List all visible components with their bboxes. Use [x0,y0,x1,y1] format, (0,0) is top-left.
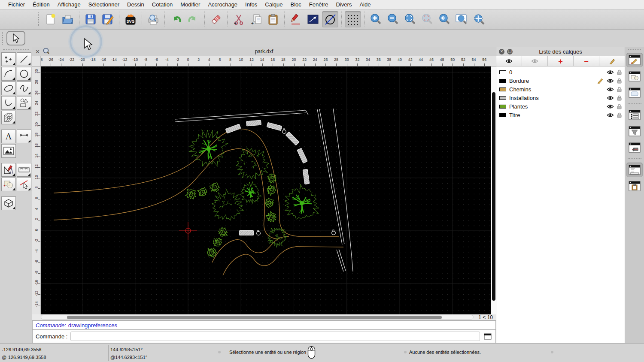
layer-lock-toggle[interactable] [617,69,622,75]
menu-item-dessin[interactable]: Dessin [123,1,148,8]
print-preview-button[interactable] [145,11,161,27]
dock-drag-handle[interactable] [628,49,641,50]
eraser-button[interactable] [208,11,224,27]
show-all-layers-button[interactable] [496,56,522,66]
layer-lock-toggle[interactable] [617,112,622,118]
modify-misc-tool-button[interactable] [1,178,16,191]
ellipse-tool-button[interactable] [1,81,16,95]
menu-item-fentre[interactable]: Fenêtre [305,1,332,8]
menu-item-affichage[interactable]: Affichage [54,1,85,8]
layer-row-chemins[interactable]: Chemins [496,85,625,94]
layer-lock-toggle[interactable] [617,78,622,84]
circle-tool-button[interactable] [17,67,31,81]
add-layer-button[interactable]: + [548,56,574,66]
zoom-selection-button[interactable] [419,11,435,27]
dock-block-list-button[interactable] [626,69,643,84]
hide-all-layers-button[interactable] [522,56,548,66]
command-history-toggle-button[interactable] [483,332,492,341]
menu-item-fichier[interactable]: Fichier [4,1,29,8]
layer-row-titre[interactable]: Titre [496,111,625,119]
copy-button[interactable]: + [248,11,264,27]
panel-drag-handle[interactable] [3,49,29,50]
layer-visible-icon[interactable] [607,113,614,118]
dock-clipboard-panel-button[interactable] [626,179,643,193]
horizontal-scrollbar-track[interactable] [41,315,474,320]
menu-item-calque[interactable]: Calque [261,1,286,8]
text-tool-button[interactable]: A [1,130,16,143]
image-tool-button[interactable] [1,144,16,158]
vertical-scrollbar-thumb[interactable] [492,92,495,301]
layer-visibility-toggle[interactable] [607,113,614,118]
hatch-tool-button[interactable] [1,111,16,124]
layer-visible-icon[interactable] [607,104,614,109]
redo-button[interactable] [185,11,201,27]
layer-lock-icon[interactable] [617,104,622,109]
arc-tool-button[interactable] [1,67,16,81]
menu-item-infos[interactable]: Infos [241,1,261,8]
dock-selection-filter-button[interactable] [626,124,643,139]
svg-export-button[interactable]: SVG [122,11,139,27]
point-tool-button[interactable] [1,52,16,66]
zoom-window-button[interactable] [453,11,470,27]
measure-tool-button[interactable] [17,163,31,177]
drawing-canvas[interactable] [41,66,491,314]
remove-layer-button[interactable]: − [574,56,599,66]
menu-item-cotation[interactable]: Cotation [148,1,176,8]
dock-layer-list-button[interactable] [626,53,643,67]
dock-command-line-button[interactable] [626,163,643,177]
menu-item-aide[interactable]: Aide [355,1,374,8]
layer-lock-icon[interactable] [617,87,622,92]
menu-item-divers[interactable]: Divers [332,1,356,8]
layer-visible-icon[interactable] [607,70,614,75]
horizontal-scrollbar-thumb[interactable] [67,316,442,319]
dock-property-editor-button[interactable] [626,85,643,100]
open-file-button[interactable] [60,11,76,27]
layer-lock-icon[interactable] [617,112,622,118]
zoom-pan-button[interactable] [471,11,487,27]
save-file-button[interactable] [82,11,99,27]
horizontal-scrollbar[interactable]: 1 < 10 [32,314,496,320]
menu-item-bloc[interactable]: Bloc [286,1,305,8]
layer-lock-icon[interactable] [617,69,622,75]
vertical-scrollbar[interactable] [491,66,496,314]
polyline-tool-button[interactable] [1,96,16,110]
line-tool-button[interactable] [17,52,31,66]
zoom-out-button[interactable] [385,11,401,27]
layer-row-bordure[interactable]: Bordure [496,76,625,85]
zoom-auto-button[interactable] [402,11,418,27]
undo-button[interactable] [168,11,184,27]
menu-item-modifier[interactable]: Modifier [176,1,204,8]
selection-pointer-button[interactable] [6,31,25,45]
grid-toggle-button[interactable] [345,11,361,27]
layer-lock-icon[interactable] [617,95,622,101]
zoom-previous-button[interactable] [436,11,453,27]
menu-item-accrochage[interactable]: Accrochage [204,1,241,8]
menu-item-slectionner[interactable]: Sélectionner [85,1,123,8]
solid-3d-tool-button[interactable] [1,196,16,210]
layer-visible-icon[interactable] [607,96,614,100]
layer-lock-icon[interactable] [617,78,622,84]
layer-visibility-toggle[interactable] [607,78,614,83]
command-input[interactable] [70,332,480,341]
zoom-in-button[interactable] [368,11,384,27]
layer-visibility-toggle[interactable] [607,96,614,100]
draw-misc-tool-button[interactable] [1,163,16,177]
layer-visible-icon[interactable] [607,78,614,83]
draw-pencil-button[interactable] [288,11,304,27]
layer-visibility-toggle[interactable] [607,104,614,109]
toolbar-drag-handle[interactable] [38,12,40,26]
new-file-button[interactable] [43,11,59,27]
layer-visibility-toggle[interactable] [607,87,614,92]
paste-button[interactable] [265,11,281,27]
spline-tool-button[interactable] [17,81,31,95]
shape-tool-button[interactable] [17,96,31,110]
layer-row-plantes[interactable]: Plantes [496,102,625,111]
layer-visibility-toggle[interactable] [607,70,614,75]
layer-lock-toggle[interactable] [617,95,622,101]
dock-library-browser-button[interactable] [626,140,643,155]
layer-lock-toggle[interactable] [617,87,622,92]
snap-edit-tool-button[interactable] [17,178,31,191]
dimension-tool-button[interactable] [17,130,31,143]
layer-row-installations[interactable]: Installations [496,94,625,102]
cut-button[interactable]: + [231,11,247,27]
